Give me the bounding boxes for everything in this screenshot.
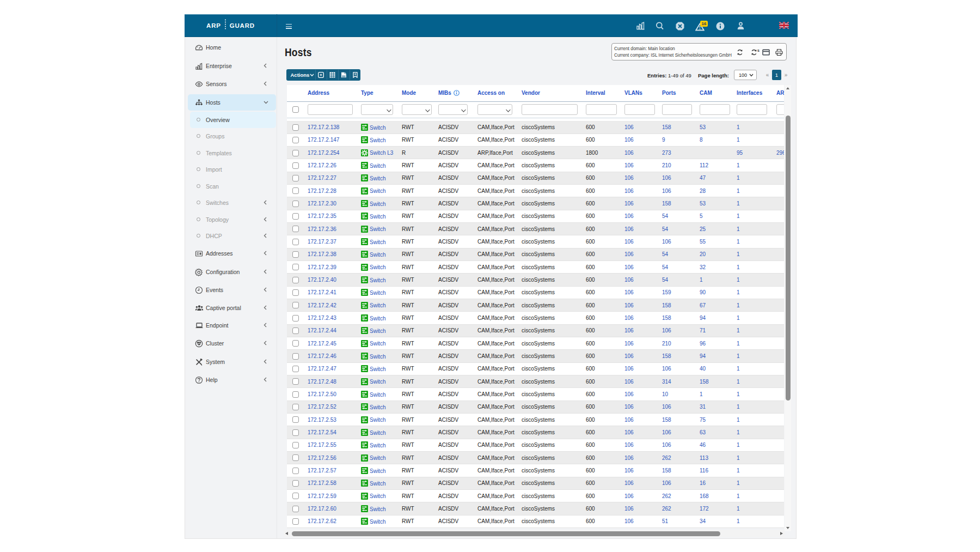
svg-text:s: s	[757, 48, 759, 52]
